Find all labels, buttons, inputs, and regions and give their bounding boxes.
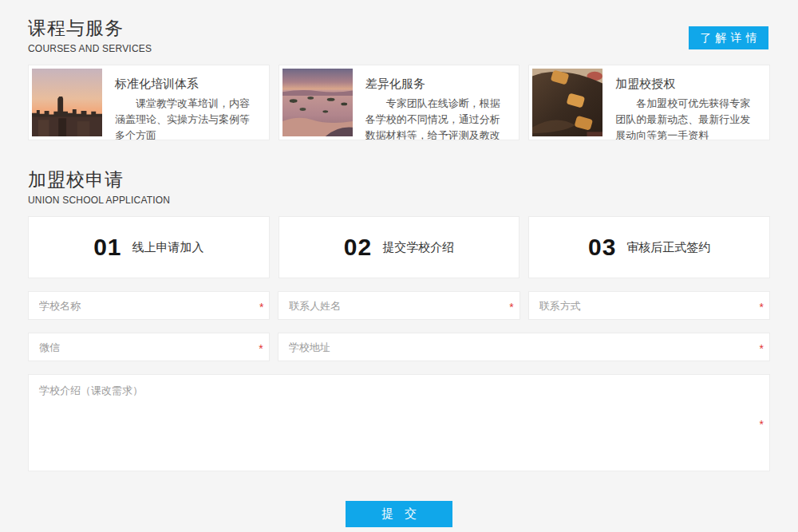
step-label: 提交学校介绍 — [382, 240, 454, 255]
required-marker: * — [509, 301, 513, 313]
city-skyline-photo — [32, 69, 102, 136]
service-card-title: 差异化服务 — [365, 77, 507, 92]
step-submit-intro: 02 提交学校介绍 — [279, 216, 520, 278]
required-marker: * — [760, 301, 764, 313]
service-card-body: 标准化培训体系 课堂教学改革培训，内容涵盖理论、实操方法与案例等多个方面 — [102, 69, 266, 136]
service-cards: 标准化培训体系 课堂教学改革培训，内容涵盖理论、实操方法与案例等多个方面 — [28, 65, 770, 140]
school-intro-textarea[interactable] — [28, 374, 770, 471]
page: 课程与服务 COURSES AND SERVICES 了解详情 — [0, 0, 798, 532]
service-card-differentiated: 差异化服务 专家团队在线诊断，根据各学校的不同情况，通过分析数据材料等，给予评测… — [279, 65, 520, 140]
service-card-authorization: 加盟校授权 各加盟校可优先获得专家团队的最新动态、最新行业发展动向等第一手资料 — [528, 65, 770, 140]
step-number: 02 — [344, 234, 372, 261]
application-section-title: 加盟校申请 — [28, 167, 770, 192]
step-sign-contract: 03 审核后正式签约 — [528, 216, 770, 278]
application-steps: 01 线上申请加入 02 提交学校介绍 03 审核后正式签约 — [28, 216, 770, 278]
service-card-desc: 专家团队在线诊断，根据各学校的不同情况，通过分析数据材料等，给予评测及教改意见 — [365, 96, 507, 140]
step-number: 01 — [93, 234, 121, 261]
courses-section-title: 课程与服务 — [28, 16, 770, 41]
wechat-field-wrap: * — [28, 333, 270, 361]
desert-dusk-photo — [282, 69, 353, 136]
application-form: * * * * * — [28, 291, 770, 527]
film-strip-photo — [532, 69, 602, 136]
school-name-input[interactable] — [28, 291, 270, 320]
service-card-desc: 各加盟校可优先获得专家团队的最新动态、最新行业发展动向等第一手资料 — [615, 96, 757, 140]
form-row-3: * — [28, 374, 770, 471]
required-marker: * — [760, 419, 764, 430]
service-card-title: 加盟校授权 — [615, 77, 757, 92]
courses-section: 课程与服务 COURSES AND SERVICES 了解详情 — [28, 16, 770, 140]
form-row-1: * * * — [28, 291, 770, 320]
service-card-training: 标准化培训体系 课堂教学改革培训，内容涵盖理论、实操方法与案例等多个方面 — [28, 65, 270, 140]
school-address-field-wrap: * — [278, 333, 770, 361]
contact-name-field-wrap: * — [278, 291, 519, 320]
required-marker: * — [760, 343, 764, 354]
contact-name-input[interactable] — [278, 291, 519, 320]
service-card-body: 加盟校授权 各加盟校可优先获得专家团队的最新动态、最新行业发展动向等第一手资料 — [602, 69, 766, 136]
school-intro-field-wrap: * — [28, 374, 770, 471]
wechat-input[interactable] — [28, 333, 270, 361]
step-label: 线上申请加入 — [132, 240, 204, 255]
learn-more-button[interactable]: 了解详情 — [689, 26, 768, 49]
step-apply-online: 01 线上申请加入 — [28, 216, 270, 278]
contact-method-input[interactable] — [528, 291, 770, 320]
required-marker: * — [259, 343, 263, 354]
application-section: 加盟校申请 UNION SCHOOL APPLICATION 01 线上申请加入… — [28, 167, 770, 527]
submit-area: 提交 — [28, 501, 770, 527]
submit-button[interactable]: 提交 — [346, 501, 452, 527]
form-row-2: * * — [28, 333, 770, 361]
application-section-subtitle: UNION SCHOOL APPLICATION — [28, 195, 770, 206]
service-card-desc: 课堂教学改革培训，内容涵盖理论、实操方法与案例等多个方面 — [115, 96, 256, 140]
service-card-title: 标准化培训体系 — [115, 77, 256, 92]
courses-section-subtitle: COURSES AND SERVICES — [28, 43, 770, 54]
school-address-input[interactable] — [278, 333, 770, 361]
step-number: 03 — [588, 234, 616, 261]
service-card-body: 差异化服务 专家团队在线诊断，根据各学校的不同情况，通过分析数据材料等，给予评测… — [353, 69, 516, 136]
school-name-field-wrap: * — [28, 291, 270, 320]
required-marker: * — [259, 301, 263, 313]
contact-method-field-wrap: * — [528, 291, 770, 320]
step-label: 审核后正式签约 — [626, 240, 710, 255]
